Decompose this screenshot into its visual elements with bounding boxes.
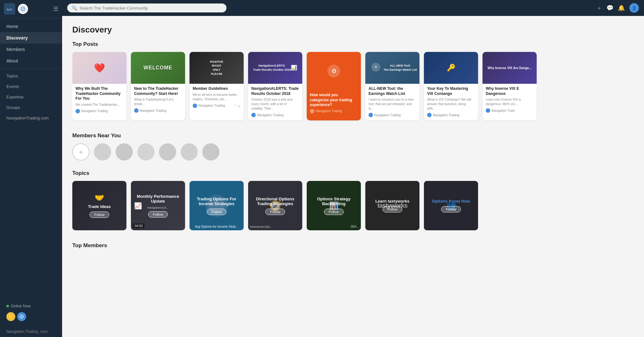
topic-card-directional[interactable]: 🧭 Directional Opti... Directional Option… <box>248 181 302 230</box>
post-card-3[interactable]: POSITIVEMAGICONLYPLEASE Member Guideline… <box>190 52 244 120</box>
topics-row: 🤝 Trade Ideas Follow 04:53 📈 Monthly Per… <box>72 181 634 233</box>
topic-trading-title: Trading Options For Income Strategies <box>193 197 240 206</box>
topic-card-trading-options[interactable]: ling Options for Income Strat... Trading… <box>190 181 244 230</box>
sidebar-item-home[interactable]: Home <box>0 21 62 32</box>
member-avatar-1[interactable] <box>94 143 111 161</box>
sidebar-item-events[interactable]: Events <box>0 81 62 92</box>
members-row: ＋ <box>72 143 634 161</box>
topic-card-backtesting[interactable]: 📊 -064... Options Strategy Backtesting F… <box>307 181 361 230</box>
post-card-6-footer: Navigation Trading <box>369 113 416 117</box>
post-card-4-desc: October 2018 was a wild and crazy month,… <box>251 97 299 111</box>
sidebar-item-navigationtrading[interactable]: NavigationTrading.com <box>0 113 62 123</box>
topic-directional-content: Directional Options Trading Strategies F… <box>248 193 302 218</box>
sidebar-item-groups[interactable]: Groups <box>0 102 62 113</box>
search-input[interactable] <box>80 6 222 11</box>
member-avatar-6[interactable] <box>202 143 219 161</box>
topbar: 🔍 ＋ 💬 🔔 👤 <box>62 0 644 16</box>
topic-card-monthly[interactable]: 04:53 📈 Monthly Performance Update Navig… <box>131 181 185 230</box>
topic-card-knowhow[interactable]: 👥 Options Know How Follow <box>424 181 478 230</box>
post-card-7[interactable]: 🔑 Your Key To Mastering VIX Contango Wha… <box>424 52 478 120</box>
topic-directional-follow-button[interactable]: Follow <box>265 209 285 215</box>
top-members-title: Top Members <box>72 242 634 249</box>
online-indicator <box>6 305 9 307</box>
member-avatar-5[interactable] <box>181 143 198 161</box>
sidebar-item-discovery[interactable]: Discovery <box>0 32 62 44</box>
post-card-1-desc: We created The TradeHacker... <box>75 103 123 107</box>
sidebar: NAV ☰ Home Discovery Members About Topic… <box>0 0 62 337</box>
topic-monthly-title: Monthly Performance Update <box>134 194 182 204</box>
search-icon: 🔍 <box>72 5 77 11</box>
content-area: Discovery Top Posts ❤️ Why We Built The … <box>62 16 644 337</box>
topic-trade-follow-button[interactable]: Follow <box>89 212 109 218</box>
topic-trade-title: Trade Ideas <box>88 204 111 209</box>
post-card-7-footer: Navigation Trading <box>427 113 475 117</box>
topic-tastyworks-follow-button[interactable]: Follow <box>383 206 402 212</box>
post-card-7-title: Your Key To Mastering VIX Contango <box>427 86 475 96</box>
topic-trading-content: Trading Options For Income Strategies Fo… <box>190 193 244 218</box>
member-avatar-2[interactable] <box>116 143 133 161</box>
post-card-1-title: Why We Built The TradeHacker Community F… <box>75 86 123 101</box>
post-card-8-desc: Learn why Inverse VIX is dangerous. We'l… <box>486 97 533 106</box>
sidebar-logo2 <box>18 4 28 14</box>
post-card-7-desc: What is VIX Contango? We will answer tha… <box>427 97 475 111</box>
sidebar-item-topics[interactable]: Topics <box>0 71 62 81</box>
main-area: 🔍 ＋ 💬 🔔 👤 Discovery Top Posts ❤️ Why We … <box>62 0 644 337</box>
post-card-2-title: New to The TradeHacker Community? Start … <box>134 86 182 96</box>
post-card-4[interactable]: NavigationALERTS:Trade Results October 2… <box>248 52 302 120</box>
post-card-8[interactable]: Why Inverse VIX Are Dange... Why Inverse… <box>483 52 537 120</box>
svg-point-7 <box>21 316 22 317</box>
post-card-1[interactable]: ❤️ Why We Built The TradeHacker Communit… <box>72 52 126 120</box>
top-posts-title: Top Posts <box>72 41 634 47</box>
chat-icon[interactable]: 💬 <box>606 4 613 11</box>
online-avatars: 🟡 <box>0 312 62 326</box>
post-card-5-footer: Navigation Trading <box>310 109 358 113</box>
topic-knowhow-follow-button[interactable]: Follow <box>441 206 461 212</box>
sidebar-footer-label: Navigation Trading .com <box>0 326 62 337</box>
post-card-3-desc: We're all here to become better traders.… <box>193 93 240 102</box>
post-card-2-desc: What is TradeHacking?Let's break... <box>134 97 182 106</box>
svg-text:NAV: NAV <box>7 8 12 11</box>
topic-monthly-content: Monthly Performance Update NavigationALE… <box>131 191 185 221</box>
bell-icon[interactable]: 🔔 <box>618 4 625 11</box>
topic-backtesting-content: Options Strategy Backtesting Follow <box>307 193 361 218</box>
sidebar-item-expertise[interactable]: Expertise <box>0 92 62 102</box>
top-posts-row: ❤️ Why We Built The TradeHacker Communit… <box>72 52 634 123</box>
post-card-2[interactable]: WELCOME New to The TradeHacker Community… <box>131 52 185 120</box>
add-member-button[interactable]: ＋ <box>72 143 89 161</box>
add-icon[interactable]: ＋ <box>596 4 602 12</box>
search-bar[interactable]: 🔍 <box>67 4 226 12</box>
post-card-3-title: Member Guidelines <box>193 86 240 91</box>
user-avatar[interactable]: 👤 <box>629 3 639 13</box>
post-card-6-desc: I want to introduce you to a new tool, t… <box>369 97 416 111</box>
post-card-4-title: NavigationALERTS: Trade Results October … <box>251 86 299 96</box>
member-avatar-3[interactable] <box>137 143 154 161</box>
topic-trading-follow-button[interactable]: Follow <box>207 209 226 215</box>
topic-card-tastyworks[interactable]: tastyworks Learn tastyworks Follow <box>365 181 419 230</box>
post-card-6[interactable]: ⊙ ALL-NEW Tool:The Earnings Watch List A… <box>365 52 419 120</box>
sidebar-item-members[interactable]: Members <box>0 44 62 55</box>
topic-backtesting-follow-button[interactable]: Follow <box>324 209 344 215</box>
topic-monthly-follow-button[interactable]: Follow <box>148 211 168 218</box>
post-card-8-title: Why Inverse VIX E Dangerous <box>486 86 533 96</box>
post-card-4-footer: Navigation Trading <box>251 113 299 117</box>
topic-knowhow-content: Options Know How Follow <box>429 196 473 216</box>
sidebar-logo: NAV <box>4 3 15 15</box>
sidebar-header: NAV ☰ <box>0 0 62 18</box>
post-card-2-footer: Navigation Trading <box>134 108 182 113</box>
online-avatar-1[interactable]: 🟡 <box>6 312 15 321</box>
topbar-icons: ＋ 💬 🔔 👤 <box>596 3 639 13</box>
hamburger-button[interactable]: ☰ <box>53 5 58 12</box>
topic-card-trade-ideas[interactable]: 🤝 Trade Ideas Follow <box>72 181 126 230</box>
online-avatar-2[interactable] <box>17 312 26 321</box>
sidebar-divider <box>0 68 62 69</box>
topic-tastyworks-content: Learn tastyworks Follow <box>372 196 413 216</box>
topic-tastyworks-title: Learn tastyworks <box>376 199 410 204</box>
sidebar-item-about[interactable]: About <box>0 55 62 67</box>
member-avatar-4[interactable] <box>159 143 176 161</box>
post-card-5[interactable]: ⊙ How would you categorize your trading … <box>307 52 361 120</box>
topic-directional-title: Directional Options Trading Strategies <box>251 197 299 206</box>
members-near-title: Members Near You <box>72 133 634 139</box>
topic-knowhow-title: Options Know How <box>432 199 470 204</box>
topics-title: Topics <box>72 170 634 176</box>
page-title: Discovery <box>72 25 634 35</box>
